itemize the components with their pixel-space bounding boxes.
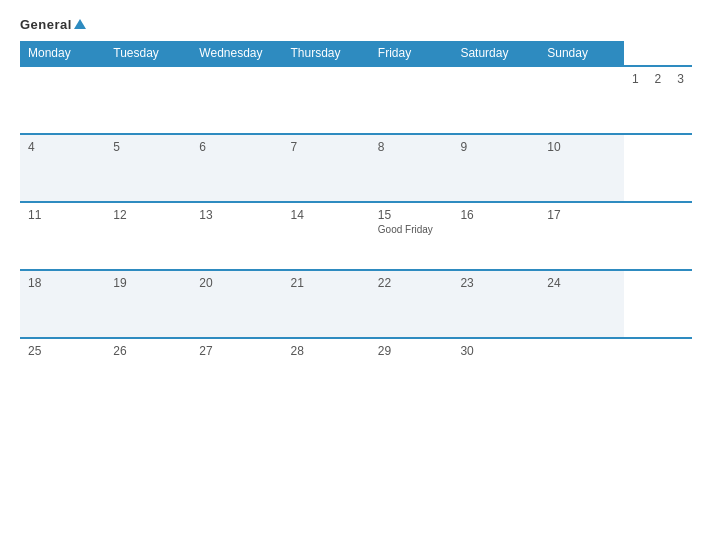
weekday-thursday: Thursday bbox=[282, 41, 369, 66]
calendar-day-cell: 3 bbox=[669, 66, 692, 134]
calendar-day-cell: 12 bbox=[105, 202, 191, 270]
calendar-week-row: 45678910 bbox=[20, 134, 692, 202]
calendar-day-cell: 28 bbox=[282, 338, 369, 406]
calendar-day-cell: 11 bbox=[20, 202, 105, 270]
calendar-day-cell: 27 bbox=[191, 338, 282, 406]
calendar-week-row: 18192021222324 bbox=[20, 270, 692, 338]
calendar-day-cell: 10 bbox=[539, 134, 624, 202]
day-number: 27 bbox=[199, 344, 274, 358]
empty-day-cell bbox=[282, 66, 369, 134]
calendar-table: MondayTuesdayWednesdayThursdayFridaySatu… bbox=[20, 41, 692, 406]
calendar-day-cell: 23 bbox=[452, 270, 539, 338]
calendar-day-cell: 20 bbox=[191, 270, 282, 338]
logo-general-text: General bbox=[20, 18, 86, 31]
logo: General bbox=[20, 18, 86, 31]
calendar-day-cell: 24 bbox=[539, 270, 624, 338]
calendar-day-cell: 13 bbox=[191, 202, 282, 270]
day-number: 4 bbox=[28, 140, 97, 154]
day-number: 17 bbox=[547, 208, 616, 222]
empty-day-cell bbox=[20, 66, 105, 134]
weekday-saturday: Saturday bbox=[452, 41, 539, 66]
calendar-week-row: 123 bbox=[20, 66, 692, 134]
calendar-day-cell bbox=[452, 66, 539, 134]
day-number: 1 bbox=[632, 72, 639, 86]
day-number: 14 bbox=[290, 208, 361, 222]
calendar-week-row: 1112131415Good Friday1617 bbox=[20, 202, 692, 270]
day-number: 10 bbox=[547, 140, 616, 154]
day-number: 8 bbox=[378, 140, 445, 154]
day-number: 30 bbox=[460, 344, 531, 358]
day-number: 28 bbox=[290, 344, 361, 358]
calendar-day-cell: 17 bbox=[539, 202, 624, 270]
calendar-day-cell bbox=[539, 66, 624, 134]
day-number: 21 bbox=[290, 276, 361, 290]
day-number: 22 bbox=[378, 276, 445, 290]
calendar-day-cell: 30 bbox=[452, 338, 539, 406]
day-number: 3 bbox=[677, 72, 684, 86]
weekday-tuesday: Tuesday bbox=[105, 41, 191, 66]
calendar-day-cell: 29 bbox=[370, 338, 453, 406]
day-number: 19 bbox=[113, 276, 183, 290]
calendar-day-cell: 16 bbox=[452, 202, 539, 270]
day-number: 29 bbox=[378, 344, 445, 358]
weekday-friday: Friday bbox=[370, 41, 453, 66]
calendar-day-cell: 19 bbox=[105, 270, 191, 338]
weekday-monday: Monday bbox=[20, 41, 105, 66]
logo-triangle-icon bbox=[74, 19, 86, 29]
page: General MondayTuesdayWednesdayThursdayFr… bbox=[0, 0, 712, 550]
day-number: 23 bbox=[460, 276, 531, 290]
day-number: 13 bbox=[199, 208, 274, 222]
calendar-day-cell: 7 bbox=[282, 134, 369, 202]
calendar-day-cell: 4 bbox=[20, 134, 105, 202]
day-number: 5 bbox=[113, 140, 183, 154]
day-number: 18 bbox=[28, 276, 97, 290]
calendar-day-cell: 18 bbox=[20, 270, 105, 338]
weekday-sunday: Sunday bbox=[539, 41, 624, 66]
calendar-day-cell: 25 bbox=[20, 338, 105, 406]
calendar-day-cell: 2 bbox=[647, 66, 670, 134]
day-number: 6 bbox=[199, 140, 274, 154]
calendar-day-cell: 8 bbox=[370, 134, 453, 202]
day-number: 24 bbox=[547, 276, 616, 290]
calendar-week-row: 252627282930 bbox=[20, 338, 692, 406]
day-number: 20 bbox=[199, 276, 274, 290]
calendar-day-cell: 15Good Friday bbox=[370, 202, 453, 270]
day-number: 9 bbox=[460, 140, 531, 154]
day-event: Good Friday bbox=[378, 224, 445, 235]
calendar-day-cell: 14 bbox=[282, 202, 369, 270]
day-number: 16 bbox=[460, 208, 531, 222]
calendar-day-cell: 21 bbox=[282, 270, 369, 338]
empty-day-cell bbox=[191, 66, 282, 134]
day-number: 2 bbox=[655, 72, 662, 86]
calendar-day-cell: 9 bbox=[452, 134, 539, 202]
day-number: 12 bbox=[113, 208, 183, 222]
weekday-wednesday: Wednesday bbox=[191, 41, 282, 66]
header: General bbox=[20, 18, 692, 31]
day-number: 25 bbox=[28, 344, 97, 358]
calendar-day-cell: 5 bbox=[105, 134, 191, 202]
empty-day-cell bbox=[105, 66, 191, 134]
day-number: 11 bbox=[28, 208, 97, 222]
calendar-day-cell: 6 bbox=[191, 134, 282, 202]
weekday-header-row: MondayTuesdayWednesdayThursdayFridaySatu… bbox=[20, 41, 692, 66]
calendar-day-cell: 26 bbox=[105, 338, 191, 406]
calendar-day-cell: 1 bbox=[624, 66, 647, 134]
calendar-day-cell bbox=[370, 66, 453, 134]
day-number: 26 bbox=[113, 344, 183, 358]
calendar-day-cell bbox=[539, 338, 624, 406]
day-number: 7 bbox=[290, 140, 361, 154]
calendar-day-cell: 22 bbox=[370, 270, 453, 338]
day-number: 15 bbox=[378, 208, 445, 222]
